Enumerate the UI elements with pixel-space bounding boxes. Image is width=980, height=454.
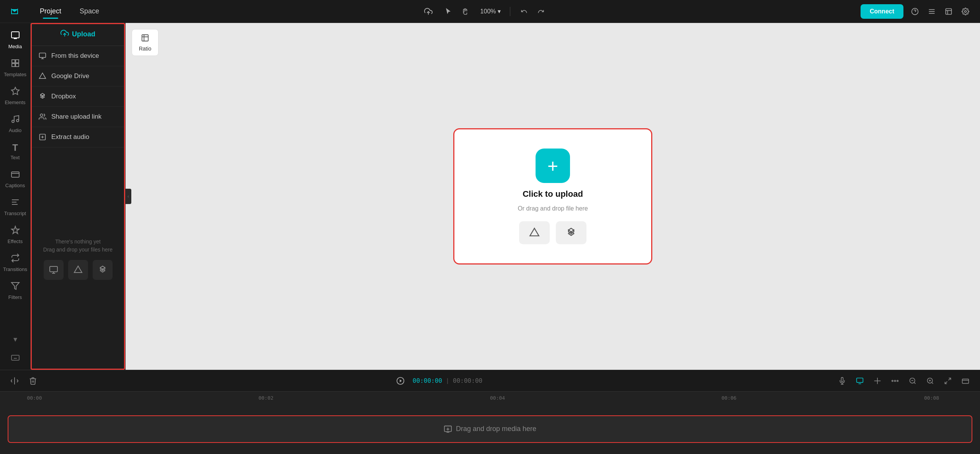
sidebar-item-elements[interactable]: Elements: [2, 83, 29, 109]
menu-button[interactable]: [925, 5, 939, 18]
svg-point-19: [12, 120, 14, 122]
sidebar-item-effects-label: Effects: [8, 238, 23, 244]
sidebar-item-filters[interactable]: Filters: [2, 278, 29, 304]
cut-tool-button[interactable]: [871, 374, 884, 388]
tab-project[interactable]: Project: [31, 4, 70, 18]
sidebar-item-media[interactable]: Media: [2, 27, 29, 53]
upload-to-cloud-button[interactable]: [421, 4, 436, 19]
canvas-area: Ratio + Click to upload Or drag and drop…: [126, 23, 980, 370]
upload-panel-header: Upload: [31, 23, 125, 46]
ratio-icon: [141, 34, 149, 44]
ruler-mark-0: 00:00: [27, 395, 42, 401]
sidebar-item-text[interactable]: T Text: [2, 139, 29, 164]
svg-rect-14: [12, 60, 15, 63]
google-drive-icon: [38, 72, 47, 80]
sidebar-item-effects[interactable]: Effects: [2, 222, 29, 248]
timeline-settings-button[interactable]: [888, 374, 902, 388]
sidebar-expand-button[interactable]: ▾: [2, 331, 29, 348]
timeline-drop-zone[interactable]: Drag and drop media here: [8, 415, 972, 443]
sidebar-item-media-label: Media: [8, 44, 22, 49]
sidebar-item-transitions[interactable]: Transitions: [2, 250, 29, 276]
extract-audio-icon: [38, 133, 47, 141]
upload-extract-audio-item[interactable]: Extract audio: [31, 127, 125, 147]
timeline-toolbar: 00:00:00 | 00:00:00: [0, 370, 980, 392]
svg-rect-21: [11, 172, 19, 177]
fullscreen-timeline-button[interactable]: [941, 374, 955, 388]
svg-point-48: [897, 380, 898, 381]
panel-empty-text: There's nothing yet Drag and drop your f…: [43, 238, 113, 254]
topbar-right: Connect: [861, 4, 972, 19]
sidebar-item-captions[interactable]: Captions: [2, 166, 29, 192]
upload-from-device-item[interactable]: From this device: [31, 46, 125, 66]
cursor-tools: [441, 4, 473, 19]
undo-redo-group: [516, 4, 549, 19]
upload-cloud-buttons: [519, 221, 586, 244]
upload-share-link-item[interactable]: Share upload link: [31, 107, 125, 127]
upload-share-link-label: Share upload link: [51, 113, 101, 121]
zoom-control[interactable]: 100% ▾: [477, 6, 504, 16]
sidebar-item-audio-label: Audio: [9, 127, 21, 133]
svg-line-57: [945, 381, 947, 384]
sidebar-item-audio[interactable]: Audio: [2, 111, 29, 137]
svg-line-50: [914, 382, 916, 384]
logo[interactable]: [8, 5, 21, 18]
sidebar-keyboard-button[interactable]: [2, 349, 29, 366]
svg-rect-26: [11, 355, 19, 360]
timeline-tools-right: [835, 374, 972, 388]
redo-button[interactable]: [533, 4, 549, 19]
undo-button[interactable]: [516, 4, 532, 19]
sidebar-item-text-label: Text: [11, 155, 20, 160]
zoom-out-timeline-button[interactable]: [906, 374, 920, 388]
settings-button[interactable]: [959, 5, 972, 18]
upload-dropbox-item[interactable]: Dropbox: [31, 87, 125, 107]
sidebar-item-captions-label: Captions: [5, 183, 25, 188]
select-tool-button[interactable]: [441, 4, 456, 19]
ruler-mark-1: 00:02: [258, 395, 273, 401]
sidebar-item-elements-label: Elements: [5, 100, 25, 105]
svg-rect-16: [12, 64, 15, 67]
templates-icon: [11, 59, 20, 70]
help-button[interactable]: [908, 5, 922, 18]
voiceover-button[interactable]: [853, 374, 867, 388]
ratio-button[interactable]: Ratio: [132, 29, 158, 56]
dropbox-upload-button[interactable]: [556, 221, 586, 244]
svg-rect-17: [16, 64, 19, 67]
sidebar-item-transcript[interactable]: Transcript: [2, 194, 29, 220]
panel-empty-state: There's nothing yet Drag and drop your f…: [31, 147, 125, 370]
ruler-mark-2: 00:04: [490, 395, 505, 401]
upload-box-subtitle: Or drag and drop file here: [518, 205, 588, 212]
chevron-down-icon: ▾: [13, 335, 17, 344]
upload-extract-audio-label: Extract audio: [51, 133, 89, 141]
svg-line-56: [949, 378, 951, 380]
zoom-in-timeline-button[interactable]: [923, 374, 937, 388]
panel-dropbox-button[interactable]: [93, 260, 113, 280]
upload-plus-button[interactable]: +: [536, 149, 570, 183]
panel-gdrive-button[interactable]: [68, 260, 88, 280]
transcript-icon: [11, 198, 20, 209]
upload-google-drive-label: Google Drive: [51, 72, 89, 80]
microphone-button[interactable]: [835, 374, 849, 388]
upload-google-drive-item[interactable]: Google Drive: [31, 66, 125, 87]
drop-zone-label: Drag and drop media here: [456, 425, 536, 433]
caption-toggle-button[interactable]: [959, 374, 972, 388]
panel-collapse-handle[interactable]: ‹: [125, 189, 131, 204]
hand-tool-button[interactable]: [457, 4, 473, 19]
topbar-left: Project Space: [8, 4, 108, 18]
ruler-mark-3: 00:06: [722, 395, 737, 401]
play-button[interactable]: [393, 373, 408, 389]
connect-button[interactable]: Connect: [861, 4, 903, 19]
svg-rect-28: [39, 53, 46, 58]
canvas-upload-box[interactable]: + Click to upload Or drag and drop file …: [453, 128, 652, 265]
gdrive-upload-button[interactable]: [519, 221, 550, 244]
svg-rect-42: [857, 378, 863, 382]
layout-button[interactable]: [942, 5, 956, 18]
delete-tool-button[interactable]: [26, 374, 40, 388]
ruler-mark-4: 00:08: [924, 395, 939, 401]
timeline-tools-left: [8, 374, 40, 388]
timeline-area: 00:00:00 | 00:00:00: [0, 370, 980, 454]
split-tool-button[interactable]: [8, 374, 21, 388]
tab-space[interactable]: Space: [70, 4, 108, 18]
sidebar-item-templates[interactable]: Templates: [2, 55, 29, 81]
panel-device-button[interactable]: [44, 260, 64, 280]
sidebar-item-transcript-label: Transcript: [4, 211, 26, 216]
